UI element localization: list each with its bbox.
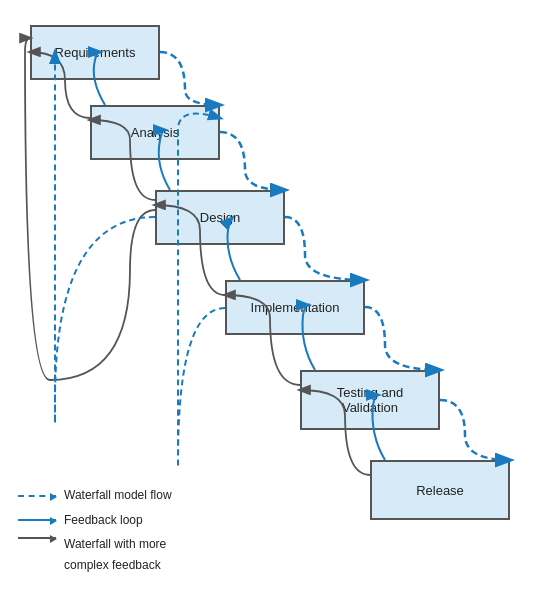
box-testing: Testing and Validation: [300, 370, 440, 430]
box-release: Release: [370, 460, 510, 520]
legend-label-feedback: Feedback loop: [64, 510, 143, 530]
legend-line-dotted: [18, 495, 56, 497]
legend-line-blue: [18, 519, 56, 521]
legend: Waterfall model flow Feedback loop Water…: [18, 485, 172, 579]
legend-complex-feedback: Waterfall with more complex feedback: [18, 534, 172, 575]
legend-label-waterfall: Waterfall model flow: [64, 485, 172, 505]
box-design: Design: [155, 190, 285, 245]
legend-feedback-loop: Feedback loop: [18, 510, 172, 530]
legend-line-gray: [18, 537, 56, 539]
box-analysis: Analysis: [90, 105, 220, 160]
legend-label-complex: Waterfall with more complex feedback: [64, 534, 166, 575]
legend-waterfall-flow: Waterfall model flow: [18, 485, 172, 505]
box-implementation: Implementation: [225, 280, 365, 335]
diagram: Requirements Analysis Design Implementat…: [0, 0, 555, 597]
box-requirements: Requirements: [30, 25, 160, 80]
